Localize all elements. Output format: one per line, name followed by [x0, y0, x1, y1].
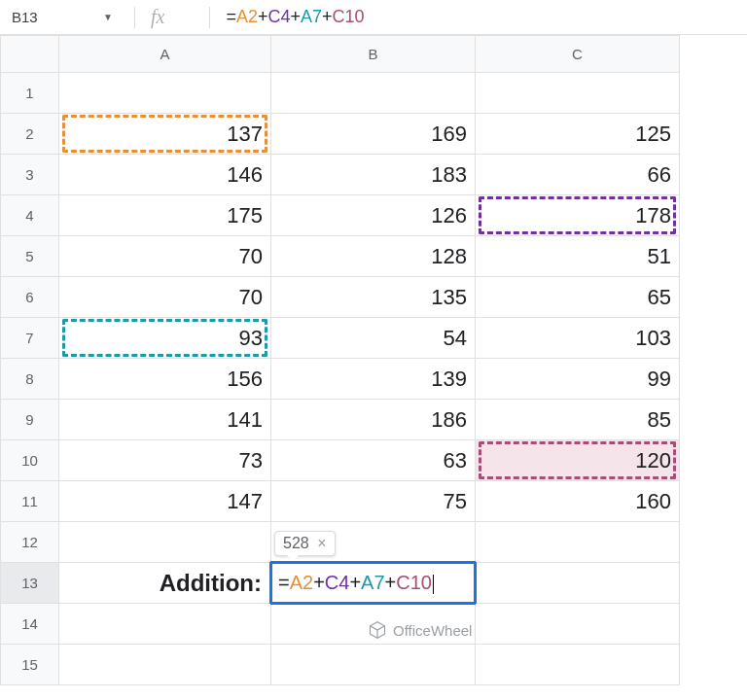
cell[interactable]	[59, 604, 271, 645]
cell[interactable]: 54	[271, 318, 476, 359]
cell[interactable]: 120	[476, 440, 680, 481]
row-header[interactable]: 6	[1, 277, 59, 318]
cell[interactable]	[476, 522, 680, 563]
divider	[209, 7, 210, 28]
row-header[interactable]: 10	[1, 440, 59, 481]
cell[interactable]: 70	[59, 277, 271, 318]
active-editing-cell[interactable]: 528 × =A2+C4+A7+C10	[271, 563, 476, 604]
close-icon[interactable]: ×	[317, 535, 326, 551]
cell[interactable]: 70	[59, 236, 271, 277]
cell[interactable]	[59, 73, 271, 114]
chevron-down-icon[interactable]: ▼	[103, 12, 113, 22]
cell[interactable]: 73	[59, 440, 271, 481]
fx-icon: fx	[151, 6, 164, 28]
cell[interactable]	[476, 645, 680, 685]
name-box[interactable]: B13 ▼	[12, 9, 119, 25]
cell[interactable]: 93	[59, 318, 271, 359]
cell[interactable]: 135	[271, 277, 476, 318]
cell[interactable]	[59, 645, 271, 685]
cell[interactable]: 141	[59, 400, 271, 440]
cell[interactable]: 175	[59, 195, 271, 236]
cell[interactable]: 75	[271, 481, 476, 522]
spreadsheet-grid[interactable]: A B C 1 2 137 169 125 3 146 183 66 4 175…	[0, 35, 747, 685]
cell[interactable]: 139	[271, 359, 476, 400]
cell[interactable]	[476, 563, 680, 604]
row-header[interactable]: 2	[1, 114, 59, 155]
cell[interactable]: 125	[476, 114, 680, 155]
addition-label-cell[interactable]: Addition:	[59, 563, 271, 604]
reference-highlight	[62, 319, 267, 357]
formula-result-tooltip: 528 ×	[274, 531, 336, 556]
divider	[134, 7, 135, 28]
cell[interactable]	[476, 73, 680, 114]
cell[interactable]: 65	[476, 277, 680, 318]
row-header[interactable]: 8	[1, 359, 59, 400]
row-header[interactable]: 9	[1, 400, 59, 440]
column-header-a[interactable]: A	[59, 36, 271, 73]
row-header[interactable]: 7	[1, 318, 59, 359]
cell[interactable]	[59, 522, 271, 563]
column-header-b[interactable]: B	[271, 36, 476, 73]
row-header[interactable]: 4	[1, 195, 59, 236]
select-all-corner[interactable]	[1, 36, 59, 73]
cell[interactable]: 169	[271, 114, 476, 155]
cell[interactable]: 147	[59, 481, 271, 522]
formula-bar: B13 ▼ fx =A2+C4+A7+C10	[0, 0, 747, 35]
cell[interactable]: 160	[476, 481, 680, 522]
column-header-c[interactable]: C	[476, 36, 680, 73]
text-cursor	[433, 575, 434, 594]
row-header[interactable]: 1	[1, 73, 59, 114]
cell[interactable]: 85	[476, 400, 680, 440]
cell[interactable]: 183	[271, 155, 476, 195]
cell[interactable]: 178	[476, 195, 680, 236]
row-header[interactable]: 15	[1, 645, 59, 685]
cell[interactable]	[271, 604, 476, 645]
row-header[interactable]: 5	[1, 236, 59, 277]
cell[interactable]: 99	[476, 359, 680, 400]
cell[interactable]: 51	[476, 236, 680, 277]
row-header[interactable]: 11	[1, 481, 59, 522]
formula-input[interactable]: =A2+C4+A7+C10	[226, 7, 364, 27]
cell[interactable]: 156	[59, 359, 271, 400]
name-box-value: B13	[12, 9, 38, 25]
row-header[interactable]: 3	[1, 155, 59, 195]
cell[interactable]	[476, 604, 680, 645]
cell[interactable]: 63	[271, 440, 476, 481]
cell[interactable]: 66	[476, 155, 680, 195]
row-header[interactable]: 14	[1, 604, 59, 645]
cell[interactable]: 128	[271, 236, 476, 277]
cell[interactable]: 146	[59, 155, 271, 195]
cell[interactable]	[271, 73, 476, 114]
row-header[interactable]: 12	[1, 522, 59, 563]
cell[interactable]: 137	[59, 114, 271, 155]
cell[interactable]: 103	[476, 318, 680, 359]
cell[interactable]: 186	[271, 400, 476, 440]
row-header[interactable]: 13	[1, 563, 59, 604]
cell[interactable]: 126	[271, 195, 476, 236]
cell[interactable]	[271, 645, 476, 685]
